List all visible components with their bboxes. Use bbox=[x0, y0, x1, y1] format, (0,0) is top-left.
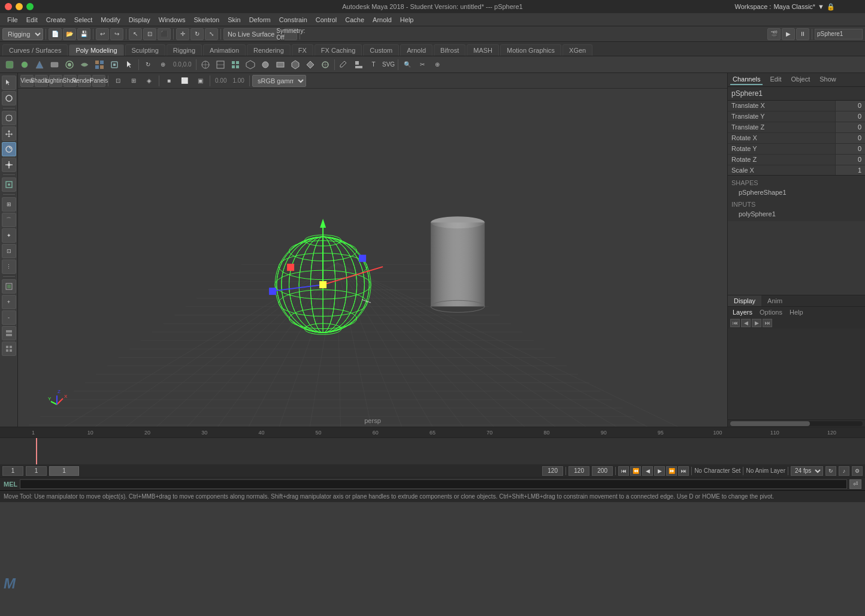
menu-select[interactable]: Select bbox=[71, 15, 96, 25]
inputs-item-polysphere1[interactable]: polySphere1 bbox=[731, 209, 861, 219]
viewport-menu-panels[interactable]: Panels bbox=[92, 75, 105, 87]
scroll-end-btn[interactable]: ⏭ bbox=[763, 319, 772, 327]
render-region-btn[interactable] bbox=[2, 279, 16, 294]
shelf-snap-1[interactable]: 🔍 bbox=[400, 58, 415, 72]
paint-tool-btn[interactable]: ⬛ bbox=[158, 28, 171, 40]
tab-motion-graphics[interactable]: Motion Graphics bbox=[500, 44, 561, 56]
render-settings-btn[interactable]: 🎬 bbox=[767, 28, 781, 40]
settings-btn[interactable]: ⚙ bbox=[852, 466, 863, 476]
channel-box-tab-object[interactable]: Object bbox=[788, 74, 812, 85]
step-forward-btn[interactable]: ⏩ bbox=[666, 466, 677, 476]
audio-btn[interactable]: ♪ bbox=[839, 466, 849, 476]
cam-frame-btn[interactable]: ⊞ bbox=[126, 74, 141, 88]
step-back-btn[interactable]: ⏪ bbox=[630, 466, 641, 476]
playback-end-input[interactable] bbox=[592, 466, 613, 476]
gamma-select[interactable]: sRGB gamma bbox=[252, 75, 306, 87]
snap-surface-btn[interactable]: ⋮ bbox=[2, 259, 16, 274]
tab-mash[interactable]: MASH bbox=[467, 44, 499, 56]
channel-value-sx[interactable]: 1 bbox=[835, 165, 865, 175]
channel-row-tx[interactable]: Translate X 0 bbox=[728, 101, 865, 111]
shelf-icon-append[interactable]: ⊕ bbox=[156, 58, 170, 72]
menu-control[interactable]: Control bbox=[312, 15, 340, 25]
shelf-poly-4[interactable] bbox=[243, 58, 258, 72]
shelf-poly-5[interactable] bbox=[258, 58, 273, 72]
shading-solid-btn[interactable]: ▣ bbox=[193, 74, 207, 88]
shelf-poly-2[interactable] bbox=[213, 58, 228, 72]
shelf-poly-1[interactable] bbox=[198, 58, 213, 72]
paint-select-tool[interactable] bbox=[2, 91, 16, 105]
save-scene-btn[interactable]: 💾 bbox=[77, 28, 90, 40]
tab-fx-caching[interactable]: FX Caching bbox=[314, 44, 362, 56]
vis-btn3[interactable] bbox=[2, 326, 16, 340]
shelf-icon-cursor[interactable] bbox=[122, 58, 137, 72]
tab-poly-modeling[interactable]: Poly Modeling bbox=[69, 44, 123, 56]
menu-display[interactable]: Display bbox=[125, 15, 154, 25]
shelf-edit-4[interactable]: SVG bbox=[382, 58, 396, 72]
channel-row-ty[interactable]: Translate Y 0 bbox=[728, 111, 865, 122]
play-back-btn[interactable]: ◀ bbox=[642, 466, 653, 476]
lasso-tool-btn[interactable]: ⊡ bbox=[143, 28, 156, 40]
maximize-button[interactable] bbox=[26, 3, 34, 10]
shelf-poly-9[interactable] bbox=[318, 58, 332, 72]
channel-row-sx[interactable]: Scale X 1 bbox=[728, 165, 865, 175]
display-tab-anim[interactable]: Anim bbox=[761, 295, 788, 306]
shelf-snap-3[interactable]: ⊕ bbox=[430, 58, 444, 72]
show-manipulator-tool[interactable] bbox=[2, 177, 16, 192]
display-options-btn[interactable]: Options bbox=[757, 308, 785, 316]
tab-sculpting[interactable]: Sculpting bbox=[125, 44, 165, 56]
workspace-dropdown-icon[interactable]: ▼ bbox=[818, 3, 824, 10]
select-tool[interactable] bbox=[2, 76, 16, 90]
shelf-edit-3[interactable]: T bbox=[367, 58, 381, 72]
ipr-render-btn[interactable]: ▶ bbox=[782, 28, 795, 40]
channel-value-rz[interactable]: 0 bbox=[835, 155, 865, 165]
fps-selector[interactable]: 24 fps bbox=[791, 466, 823, 476]
shelf-icon-2[interactable] bbox=[17, 58, 32, 72]
live-surface-button[interactable]: No Live Surface bbox=[223, 28, 279, 40]
playback-start-input[interactable] bbox=[568, 466, 589, 476]
scale-tool[interactable] bbox=[2, 158, 16, 172]
playhead[interactable] bbox=[36, 438, 37, 464]
display-tab-display[interactable]: Display bbox=[728, 295, 761, 306]
channel-value-tx[interactable]: 0 bbox=[835, 101, 865, 111]
redo-btn[interactable]: ↪ bbox=[110, 28, 123, 40]
vis-btn4[interactable] bbox=[2, 342, 16, 356]
channel-value-ty[interactable]: 0 bbox=[835, 111, 865, 122]
channel-row-rx[interactable]: Rotate X 0 bbox=[728, 133, 865, 144]
shelf-icon-5[interactable] bbox=[62, 58, 77, 72]
tab-animation[interactable]: Animation bbox=[203, 44, 246, 56]
shelf-icon-3[interactable] bbox=[32, 58, 47, 72]
channel-value-rx[interactable]: 0 bbox=[835, 133, 865, 143]
command-submit-btn[interactable]: ⏎ bbox=[849, 479, 861, 489]
channel-value-ry[interactable]: 0 bbox=[835, 144, 865, 154]
tab-bifrost[interactable]: Bifrost bbox=[434, 44, 465, 56]
menu-windows[interactable]: Windows bbox=[155, 15, 189, 25]
menu-file[interactable]: File bbox=[4, 15, 22, 25]
scrollbar-track[interactable] bbox=[730, 421, 863, 426]
shelf-icon-loop[interactable]: ↻ bbox=[141, 58, 155, 72]
rotate-tool[interactable] bbox=[2, 142, 16, 156]
select-tool-btn[interactable]: ↖ bbox=[129, 28, 142, 40]
tab-xgen[interactable]: XGen bbox=[562, 44, 592, 56]
close-button[interactable] bbox=[5, 3, 12, 10]
shelf-poly-6[interactable] bbox=[273, 58, 288, 72]
display-help-btn[interactable]: Help bbox=[787, 308, 806, 316]
channel-row-ry[interactable]: Rotate Y 0 bbox=[728, 144, 865, 155]
vis-btn1[interactable]: + bbox=[2, 295, 16, 309]
shading-wire-btn[interactable]: ⬜ bbox=[177, 74, 192, 88]
object-name-input[interactable] bbox=[815, 29, 863, 40]
shelf-poly-3[interactable] bbox=[228, 58, 243, 72]
channel-box-tab-channels[interactable]: Channels bbox=[730, 74, 763, 85]
timeline-track[interactable] bbox=[0, 438, 865, 464]
cam-home-btn[interactable]: ⊡ bbox=[111, 74, 125, 88]
snap-view-btn[interactable]: ⊡ bbox=[2, 244, 16, 258]
snap-point-btn[interactable]: ✦ bbox=[2, 228, 16, 243]
3d-scene-canvas[interactable] bbox=[18, 89, 727, 427]
snap-curve-btn[interactable]: ⌒ bbox=[2, 213, 16, 227]
scrollbar-thumb[interactable] bbox=[730, 421, 810, 426]
move-tool-btn[interactable]: ✛ bbox=[176, 28, 189, 40]
loop-btn[interactable]: ↻ bbox=[825, 466, 836, 476]
scroll-prev-btn[interactable]: ◀ bbox=[741, 319, 751, 327]
frame-playback-indicator[interactable]: 1 bbox=[49, 466, 79, 476]
command-input[interactable] bbox=[20, 479, 847, 489]
shelf-poly-7[interactable] bbox=[288, 58, 303, 72]
